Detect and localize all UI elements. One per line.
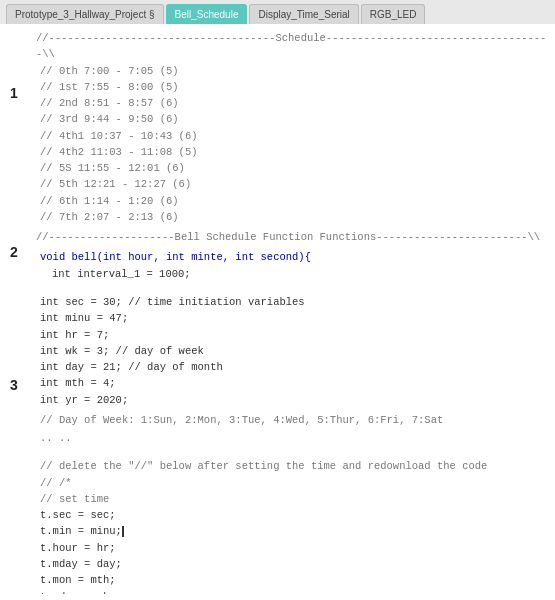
sched-0: // 0th 7:00 - 7:05 (5) — [40, 63, 547, 79]
delete-comment: // delete the "//" below after setting t… — [40, 458, 547, 474]
tab-bar: Prototype_3_Hallway_Project § Bell_Sched… — [0, 0, 555, 24]
tab-rgb-led[interactable]: RGB_LED — [361, 4, 426, 24]
sched-9: // 7th 2:07 - 2:13 (6) — [40, 209, 547, 225]
t-wday: t.wday = wk; — [40, 589, 547, 595]
line-number-2: 2 — [0, 244, 28, 260]
var-mth: int mth = 4; — [40, 375, 547, 391]
var-hr: int hr = 7; — [40, 327, 547, 343]
t-mon: t.mon = mth; — [40, 572, 547, 588]
function-section-header: //--------------------Bell Schedule Func… — [36, 229, 547, 245]
line-number-3: 3 — [0, 377, 28, 393]
t-min: t.min = minu; — [40, 523, 547, 539]
sched-8: // 6th 1:14 - 1:20 (6) — [40, 193, 547, 209]
func-declaration: void bell(int hour, int minte, int secon… — [40, 249, 547, 265]
var-day: int day = 21; // day of month — [40, 359, 547, 375]
var-minu: int minu = 47; — [40, 310, 547, 326]
func-body: int interval_1 = 1000; — [40, 266, 547, 282]
sched-1: // 1st 7:55 - 8:00 (5) — [40, 79, 547, 95]
tab-bell-schedule[interactable]: Bell_Schedule — [166, 4, 248, 24]
schedule-header: //------------------------------------Sc… — [36, 30, 547, 63]
code-editor[interactable]: //------------------------------------Sc… — [28, 24, 555, 594]
var-sec: int sec = 30; // time initiation variabl… — [40, 294, 547, 310]
t-sec: t.sec = sec; — [40, 507, 547, 523]
tab-prototype[interactable]: Prototype_3_Hallway_Project § — [6, 4, 164, 24]
sched-6: // 5S 11:55 - 12:01 (6) — [40, 160, 547, 176]
tab-display-time[interactable]: Display_Time_Serial — [249, 4, 358, 24]
sched-5: // 4th2 11:03 - 11:08 (5) — [40, 144, 547, 160]
sched-7: // 5th 12:21 - 12:27 (6) — [40, 176, 547, 192]
schedule-comments: // 0th 7:00 - 7:05 (5) // 1st 7:55 - 8:0… — [36, 63, 547, 226]
var-yr: int yr = 2020; — [40, 392, 547, 408]
line-number-1: 1 — [0, 85, 28, 101]
t-hour: t.hour = hr; — [40, 540, 547, 556]
sched-2: // 2nd 8:51 - 8:57 (6) — [40, 95, 547, 111]
sched-4: // 4th1 10:37 - 10:43 (6) — [40, 128, 547, 144]
set-time-comment: // set time — [40, 491, 547, 507]
line-numbers-column: 1 2 3 — [0, 24, 28, 594]
t-mday: t.mday = day; — [40, 556, 547, 572]
text-cursor — [122, 526, 124, 537]
comment-slash: // /* — [40, 475, 547, 491]
sched-3: // 3rd 9:44 - 9:50 (6) — [40, 111, 547, 127]
dow-comment: // Day of Week: 1:Sun, 2:Mon, 3:Tue, 4:W… — [40, 412, 547, 428]
var-wk: int wk = 3; // day of week — [40, 343, 547, 359]
ellipsis: .. .. — [40, 430, 547, 446]
